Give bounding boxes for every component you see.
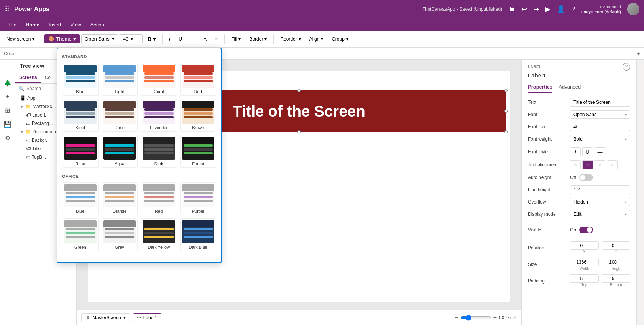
font-dropdown[interactable]: Open Sans ▾ <box>81 34 118 43</box>
theme-item-dune[interactable]: Dune <box>102 99 138 132</box>
text-input[interactable] <box>570 98 630 107</box>
overflow-dropdown[interactable]: Hidden ▾ <box>570 198 630 206</box>
reorder-button[interactable]: Reorder ▾ <box>277 34 304 44</box>
theme-name: Blue <box>64 209 97 213</box>
data-icon[interactable]: 💾 <box>2 118 14 130</box>
font-size-dropdown[interactable]: 40 ▾ <box>120 34 143 43</box>
theme-item-office-orange[interactable]: Orange <box>102 182 138 215</box>
label-tab[interactable]: ✏ Label1 <box>133 313 161 322</box>
fit-icon[interactable]: ⤢ <box>513 315 517 320</box>
align-layout-button[interactable]: Align ▾ <box>306 34 327 44</box>
theme-name: Purple <box>182 209 215 213</box>
monitor-icon[interactable]: 🖥 <box>508 5 515 13</box>
handle-mid-right[interactable] <box>504 110 508 113</box>
font-dropdown-value: Open Sans <box>573 112 596 117</box>
padding-bottom-input[interactable] <box>602 274 631 283</box>
theme-item-office-gray[interactable]: Gray <box>102 218 138 251</box>
theme-item-aqua[interactable]: Aqua <box>102 135 138 168</box>
theme-item-coral[interactable]: Coral <box>141 63 177 96</box>
menu-insert[interactable]: Insert <box>45 20 65 29</box>
auto-height-toggle-container: Off <box>570 174 630 181</box>
masterscreen-tab[interactable]: 🖥 MasterScreen ▾ <box>81 313 130 322</box>
position-y-input[interactable] <box>602 241 631 250</box>
bold-button[interactable]: B ▾ <box>144 34 159 44</box>
underline-style-button[interactable]: U <box>582 147 593 156</box>
menu-file[interactable]: File <box>5 20 20 29</box>
theme-item-rose[interactable]: Rose <box>62 135 99 168</box>
italic-button[interactable]: I <box>166 34 174 44</box>
handle-top-center[interactable] <box>297 89 301 92</box>
handle-top-right[interactable] <box>504 89 508 92</box>
tab-advanced[interactable]: Advanced <box>559 82 581 93</box>
zoom-out-button[interactable]: − <box>454 314 458 321</box>
align-left-button[interactable]: ≡ <box>570 160 581 169</box>
fill-button[interactable]: Fill ▾ <box>228 34 244 44</box>
theme-name: Dark Yellow <box>143 245 175 249</box>
theme-item-office-dark-yellow[interactable]: Dark Yellow <box>141 218 177 251</box>
zoom-slider[interactable] <box>460 315 491 321</box>
padding-top-input[interactable] <box>570 274 599 283</box>
theme-item-lavender[interactable]: Lavender <box>141 99 177 132</box>
formula-expand-icon[interactable]: ▾ <box>637 50 640 57</box>
auto-height-toggle[interactable] <box>579 174 593 181</box>
border-button[interactable]: Border ▾ <box>246 34 270 44</box>
theme-button[interactable]: 🎨 Theme ▾ <box>44 34 79 43</box>
undo-icon[interactable]: ↩ <box>521 5 527 13</box>
align-button[interactable]: ≡ <box>212 34 221 44</box>
handle-bot-center[interactable] <box>297 130 301 133</box>
line-height-input[interactable] <box>570 185 630 194</box>
underline-button[interactable]: U <box>175 34 186 44</box>
align-justify-button[interactable]: ≡ <box>607 160 618 169</box>
visible-toggle[interactable] <box>579 227 593 233</box>
theme-item-office-dark-blue[interactable]: Dark Blue <box>180 218 217 251</box>
user-icon[interactable]: 👤 <box>557 5 565 13</box>
font-color-button[interactable]: A <box>200 34 210 44</box>
theme-item-office-blue[interactable]: Blue <box>62 182 99 215</box>
theme-item-light[interactable]: Light <box>102 63 138 96</box>
theme-item-office-red[interactable]: Red <box>141 182 177 215</box>
hamburger-icon[interactable]: ☰ <box>2 63 14 75</box>
strikethrough-style-button[interactable]: — <box>595 147 605 156</box>
group-button[interactable]: Group ▾ <box>328 34 352 44</box>
tab-components[interactable]: Co <box>41 72 54 83</box>
align-right-button[interactable]: ≡ <box>595 160 605 169</box>
theme-item-steel[interactable]: Steel <box>62 99 99 132</box>
theme-item-forest[interactable]: Forest <box>180 135 217 168</box>
align-center-button[interactable]: ≡ <box>582 160 593 169</box>
tree-view-icon[interactable]: 🌲 <box>2 77 14 89</box>
grid-icon[interactable]: ⠿ <box>5 5 10 13</box>
visible-toggle-container: On <box>570 227 630 233</box>
tab-screens[interactable]: Screens <box>15 72 41 83</box>
zoom-in-button[interactable]: + <box>493 314 497 321</box>
font-size-input[interactable] <box>570 123 630 131</box>
font-weight-dropdown[interactable]: Bold ▾ <box>570 135 630 143</box>
tab-properties[interactable]: Properties <box>528 82 552 93</box>
settings-icon[interactable]: ⚙ <box>2 132 14 144</box>
plus-icon[interactable]: + <box>2 90 14 103</box>
theme-item-brown[interactable]: Brown <box>180 99 217 132</box>
font-dropdown-prop[interactable]: Open Sans ▾ <box>570 110 630 119</box>
menu-view[interactable]: View <box>67 20 85 29</box>
display-mode-dropdown[interactable]: Edit ▾ <box>570 210 630 218</box>
redo-icon[interactable]: ↪ <box>533 5 539 13</box>
theme-item-office-purple[interactable]: Purple <box>180 182 217 215</box>
theme-item-dark[interactable]: Dark <box>141 135 177 168</box>
size-height-input[interactable] <box>602 258 631 266</box>
menu-action[interactable]: Action <box>87 20 108 29</box>
theme-item-office-green[interactable]: Green <box>62 218 99 251</box>
help-icon[interactable]: ? <box>571 5 575 13</box>
avatar[interactable] <box>627 3 639 15</box>
new-screen-button[interactable]: New screen ▾ <box>3 34 38 44</box>
help-button[interactable]: ? <box>623 63 630 71</box>
theme-item-red[interactable]: Red <box>180 63 217 96</box>
italic-style-button[interactable]: I <box>570 147 581 156</box>
components-icon[interactable]: ⊞ <box>2 104 14 117</box>
size-width-input[interactable] <box>570 258 599 266</box>
menu-home[interactable]: Home <box>22 20 43 29</box>
theme-item-blue[interactable]: Blue <box>62 63 99 96</box>
main-layout: ☰ 🌲 + ⊞ 💾 ⚙ Tree view Screens Co 🔍 📱 App… <box>0 60 644 325</box>
position-x-input[interactable] <box>570 241 599 250</box>
handle-bot-right[interactable] <box>504 130 508 133</box>
strikethrough-button[interactable]: — <box>187 34 199 44</box>
play-icon[interactable]: ▶ <box>545 5 550 13</box>
